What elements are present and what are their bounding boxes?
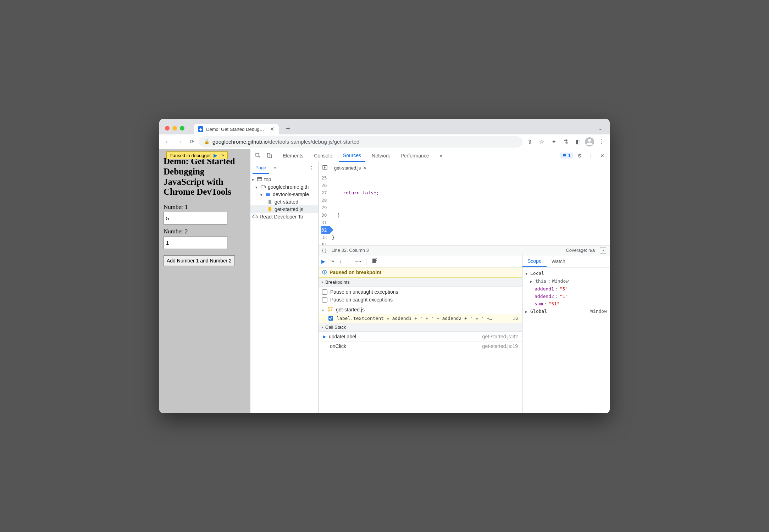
format-icon[interactable]: { }	[322, 248, 326, 253]
tree-extension[interactable]: React Developer To	[250, 213, 318, 220]
deactivate-breakpoints-icon[interactable]	[371, 257, 378, 265]
navigator-more-icon[interactable]: »	[271, 162, 279, 174]
breakpoint-line-row[interactable]: label.textContent = addend1 + ' + ' + ad…	[319, 314, 522, 323]
chrome-menu-icon[interactable]: ⋮	[596, 137, 606, 147]
breakpoints-header[interactable]: Breakpoints	[319, 278, 522, 287]
tree-js-file[interactable]: get-started.js	[250, 205, 318, 213]
share-icon[interactable]: ⇧	[525, 137, 535, 147]
svg-rect-3	[270, 155, 271, 158]
editor-tab-strip: get-started.js ✕	[319, 162, 610, 174]
debugger-area: ▶ ↷ ↓ ↑ →• ⓘ Paused on breakpoint	[319, 255, 610, 413]
breakpoint-file-row[interactable]: JS get-started.js	[319, 305, 522, 314]
add-button[interactable]: Add Number 1 and Number 2	[164, 255, 235, 266]
svg-point-0	[588, 139, 591, 142]
tree-top-frame[interactable]: top	[250, 176, 318, 183]
breakpoint-text: label.textContent = addend1 + ' + ' + ad…	[337, 316, 509, 321]
rendered-page: Paused in debugger ▶ ↷ Demo: Get Started…	[159, 149, 250, 413]
scope-body: ▼Local ▶this: Window addend1: "5" addend…	[522, 267, 610, 317]
url-host: googlechrome.github.io	[212, 139, 268, 145]
resume-icon[interactable]: ▶	[321, 259, 325, 264]
close-tab-icon[interactable]: ✕	[270, 126, 275, 132]
toggle-navigator-icon[interactable]	[321, 165, 329, 171]
close-window-button[interactable]	[165, 126, 170, 131]
stack-frame-name: onClick	[330, 343, 346, 349]
bookmark-icon[interactable]: ☆	[537, 137, 547, 147]
devtools-body: Page » ⋮ top googlechrome.gith devtools-…	[250, 162, 610, 413]
stack-frame[interactable]: onClick get-started.js:19	[319, 341, 522, 351]
new-tab-button[interactable]: ＋	[284, 123, 292, 133]
overlay-step-icon[interactable]: ↷	[220, 153, 225, 158]
line-gutter: 25262728 29303132 3334	[319, 174, 330, 245]
browser-tab[interactable]: ◆ Demo: Get Started Debugging ✕	[194, 124, 279, 134]
breakpoint-toggle[interactable]	[328, 316, 333, 321]
tree-folder[interactable]: devtools-sample	[250, 190, 318, 198]
tab-scope[interactable]: Scope	[522, 255, 547, 267]
profile-avatar[interactable]	[585, 137, 594, 146]
tab-strip: ◆ Demo: Get Started Debugging ✕ ＋ ⌄	[159, 119, 610, 134]
tab-sources[interactable]: Sources	[339, 149, 365, 162]
info-icon: ⓘ	[322, 269, 327, 276]
device-toggle-icon[interactable]	[265, 151, 274, 160]
code-lines: return false; } } function updateLabel()…	[330, 174, 610, 245]
callstack-header[interactable]: Call Stack	[319, 323, 522, 332]
labs-icon[interactable]: ⚗	[561, 137, 571, 147]
more-tabs-icon[interactable]: »	[436, 149, 447, 162]
tab-elements[interactable]: Elements	[278, 149, 308, 162]
tab-network[interactable]: Network	[367, 149, 394, 162]
cloud-icon	[260, 184, 266, 190]
close-file-icon[interactable]: ✕	[363, 165, 367, 171]
address-bar[interactable]: 🔒 googlechrome.github.io/devtools-sample…	[199, 136, 522, 148]
settings-icon[interactable]: ⚙	[575, 151, 584, 160]
file-tree: top googlechrome.gith devtools-sample ge…	[250, 174, 318, 222]
editor-status-bar: { } Line 32, Column 3 Coverage: n/a ▾	[319, 245, 610, 255]
paused-overlay: Paused in debugger ▶ ↷	[166, 151, 228, 159]
code-editor[interactable]: 25262728 29303132 3334 return false; } }…	[319, 174, 610, 245]
breakpoints-body: Pause on uncaught exceptions Pause on ca…	[319, 287, 522, 305]
cursor-position: Line 32, Column 3	[331, 248, 369, 253]
step-into-icon[interactable]: ↓	[339, 259, 342, 264]
tab-console[interactable]: Console	[310, 149, 336, 162]
reload-button[interactable]: ⟳	[187, 137, 197, 147]
number1-input[interactable]	[164, 212, 227, 225]
navigator-menu-icon[interactable]: ⋮	[307, 164, 316, 173]
extensions-icon[interactable]: ✦	[549, 137, 559, 147]
coverage-toggle-icon[interactable]: ▾	[600, 247, 606, 254]
pause-caught-checkbox[interactable]: Pause on caught exceptions	[322, 296, 519, 304]
tree-html-file[interactable]: get-started	[250, 198, 318, 205]
close-devtools-icon[interactable]: ✕	[598, 151, 607, 160]
pause-uncaught-checkbox[interactable]: Pause on uncaught exceptions	[322, 288, 519, 296]
paused-banner-text: Paused on breakpoint	[330, 270, 381, 275]
scope-this[interactable]: ▶this: Window	[525, 277, 607, 285]
sidepanel-icon[interactable]: ◧	[573, 137, 583, 147]
editor-tab[interactable]: get-started.js ✕	[331, 162, 370, 174]
breakpoint-file-name: get-started.js	[336, 307, 365, 312]
tree-origin[interactable]: googlechrome.gith	[250, 183, 318, 190]
tabs-dropdown-icon[interactable]: ⌄	[598, 125, 603, 132]
browser-toolbar: ← → ⟳ 🔒 googlechrome.github.io/devtools-…	[159, 134, 610, 149]
messages-badge[interactable]: 1	[560, 153, 573, 159]
navigator-tab-page[interactable]: Page	[253, 162, 269, 174]
stack-frame-current[interactable]: ▶ updateLabel get-started.js:32	[319, 332, 522, 341]
paused-overlay-label: Paused in debugger	[170, 153, 211, 158]
maximize-window-button[interactable]	[180, 126, 184, 131]
tab-watch[interactable]: Watch	[547, 255, 570, 267]
number1-label: Number 1	[164, 204, 246, 211]
number2-input[interactable]	[164, 236, 227, 249]
devtools-menu-icon[interactable]: ⋮	[586, 151, 596, 160]
step-over-icon[interactable]: ↷	[330, 259, 334, 264]
step-icon[interactable]: →•	[354, 259, 361, 264]
minimize-window-button[interactable]	[172, 126, 177, 131]
window-controls	[165, 126, 184, 131]
inspect-icon[interactable]	[253, 151, 262, 160]
js-file-icon: JS	[328, 307, 333, 312]
forward-button[interactable]: →	[175, 137, 185, 147]
overlay-resume-icon[interactable]: ▶	[214, 153, 217, 158]
back-button[interactable]: ←	[163, 137, 173, 147]
editor-tab-label: get-started.js	[334, 165, 361, 171]
scope-global[interactable]: ▶GlobalWindow	[525, 307, 607, 315]
step-out-icon[interactable]: ↑	[347, 259, 349, 264]
scope-tabs: Scope Watch	[522, 255, 610, 267]
scope-local[interactable]: ▼Local	[525, 270, 607, 277]
tab-performance[interactable]: Performance	[396, 149, 433, 162]
folder-icon	[265, 191, 271, 197]
